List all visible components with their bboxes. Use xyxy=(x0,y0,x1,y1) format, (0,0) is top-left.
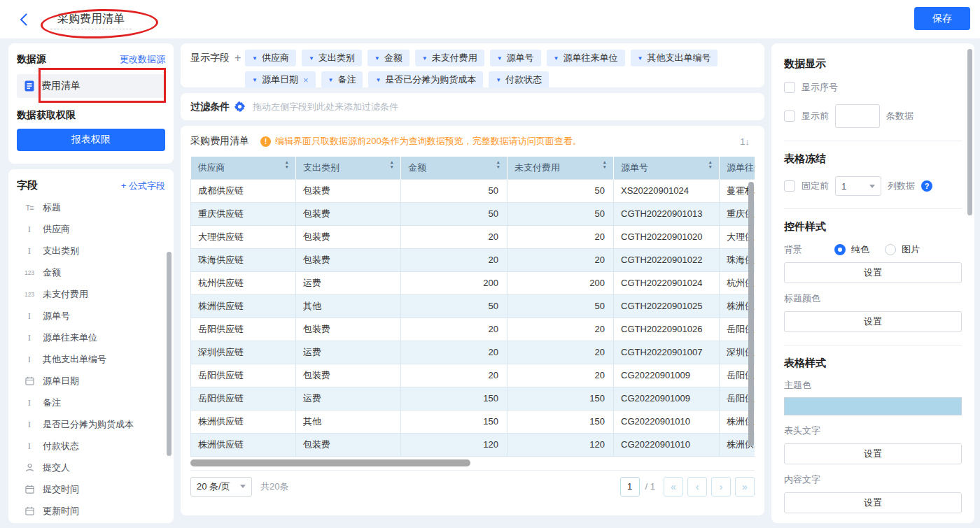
display-field-chip[interactable]: ▼金额 xyxy=(368,50,410,66)
field-item[interactable]: I其他支出单编号 xyxy=(17,348,165,370)
datasource-item[interactable]: 费用清单 xyxy=(17,74,165,98)
column-header[interactable]: 供应商▲▼ xyxy=(191,157,296,179)
table-cell: 200 xyxy=(507,271,614,294)
add-display-field-button[interactable]: + xyxy=(234,52,241,64)
display-field-chip[interactable]: ▼供应商 xyxy=(245,50,296,66)
display-field-chip[interactable]: ▼是否已分摊为购货成本 xyxy=(368,71,483,88)
table-row[interactable]: 成都供应链包装费5050XS20220901024蔓霍材料 xyxy=(191,179,755,202)
table-row[interactable]: 株洲供应链包装费120120CG20220901010株洲供应链 xyxy=(191,433,755,456)
prev-page-button[interactable]: ‹ xyxy=(687,477,707,497)
sort-arrows-icon[interactable]: ▲▼ xyxy=(496,159,500,170)
back-icon[interactable] xyxy=(20,12,35,27)
filter-dropzone-placeholder[interactable]: 拖动左侧字段到此处来添加过滤条件 xyxy=(253,101,398,113)
field-item[interactable]: I付款状态 xyxy=(17,435,165,457)
table-row[interactable]: 深圳供应链运费2020CGTH20220901007深圳供应链 xyxy=(191,341,755,364)
last-page-button[interactable]: » xyxy=(735,477,755,497)
close-icon[interactable]: × xyxy=(303,75,309,85)
next-page-button[interactable]: › xyxy=(711,477,731,497)
table-row[interactable]: 岳阳供应链运费150150CG20220901009岳阳供应链 xyxy=(191,387,755,410)
column-header[interactable]: 未支付费用▲▼ xyxy=(507,157,614,179)
settings-scrollbar[interactable] xyxy=(967,49,972,215)
field-item[interactable]: I是否已分摊为购货成本 xyxy=(17,413,165,435)
field-item[interactable]: 提交时间 xyxy=(17,478,165,500)
chevron-down-icon[interactable]: ▼ xyxy=(252,55,258,62)
page-title[interactable]: 采购费用清单 xyxy=(50,9,132,29)
table-row[interactable]: 岳阳供应链包装费2020CGTH20220901026岳阳供应链 xyxy=(191,317,755,341)
first-page-button[interactable]: « xyxy=(664,477,683,497)
title-color-set-button[interactable]: 设置 xyxy=(784,311,962,332)
table-horizontal-scrollbar[interactable] xyxy=(190,459,470,466)
chevron-down-icon[interactable]: ▼ xyxy=(328,77,334,83)
table-row[interactable]: 株洲供应链其他5050CGTH20220901025株洲供应链 xyxy=(191,294,755,317)
field-item[interactable]: T≡标题 xyxy=(17,197,165,218)
gear-icon[interactable] xyxy=(234,101,245,112)
table-row[interactable]: 珠海供应链包装费2020CGTH20220901022珠海供应链 xyxy=(191,248,755,271)
theme-color-swatch[interactable] xyxy=(784,397,962,415)
table-row[interactable]: 大理供应链包装费2020CGTH20220901020大理供应链 xyxy=(191,225,755,248)
background-set-button[interactable]: 设置 xyxy=(784,262,962,283)
column-header[interactable]: 源单号▲▼ xyxy=(614,157,720,179)
chevron-down-icon[interactable]: ▼ xyxy=(375,77,381,83)
image-radio[interactable] xyxy=(885,244,896,255)
page-number-input[interactable]: 1 xyxy=(620,477,640,497)
column-header[interactable]: 支出类别▲▼ xyxy=(296,157,401,179)
row-limit-input[interactable] xyxy=(835,104,880,128)
page-size-select[interactable]: 20 条/页 xyxy=(190,477,252,497)
display-field-chip[interactable]: ▼未支付费用 xyxy=(415,50,484,66)
chevron-down-icon[interactable]: ▼ xyxy=(638,55,643,62)
field-item[interactable]: 源单日期 xyxy=(17,370,165,392)
field-item[interactable]: I源单号 xyxy=(17,305,165,327)
table-vertical-scrollbar[interactable] xyxy=(748,182,754,446)
save-button[interactable]: 保存 xyxy=(914,7,970,30)
display-field-chip[interactable]: ▼备注 xyxy=(321,71,363,88)
column-header[interactable]: 金额▲▼ xyxy=(401,157,507,179)
column-header[interactable]: 源单往来单位▲▼ xyxy=(720,157,755,179)
field-item[interactable]: I源单往来单位 xyxy=(17,327,165,348)
display-field-chip[interactable]: ▼付款状态 xyxy=(489,71,549,88)
sort-arrows-icon[interactable]: ▲▼ xyxy=(390,159,394,170)
add-formula-field-link[interactable]: + 公式字段 xyxy=(121,180,165,192)
show-index-checkbox[interactable] xyxy=(784,82,795,93)
chevron-down-icon[interactable]: ▼ xyxy=(497,55,503,62)
display-field-chip[interactable]: ▼源单号 xyxy=(490,50,541,66)
field-item[interactable]: 123金额 xyxy=(17,262,165,283)
chevron-down-icon[interactable]: ▼ xyxy=(554,55,559,62)
chevron-down-icon[interactable]: ▼ xyxy=(496,77,501,83)
header-text-set-button[interactable]: 设置 xyxy=(784,443,962,464)
field-item[interactable]: I支出类别 xyxy=(17,240,165,262)
change-datasource-link[interactable]: 更改数据源 xyxy=(120,53,165,66)
table-cell: 包装费 xyxy=(296,433,401,456)
field-item[interactable]: I供应商 xyxy=(17,218,165,240)
display-field-chip[interactable]: ▼源单日期× xyxy=(245,71,316,88)
sort-order-icon[interactable]: 1↓ xyxy=(735,131,755,151)
field-item[interactable]: 123未支付费用 xyxy=(17,283,165,305)
chevron-down-icon[interactable]: ▼ xyxy=(309,55,314,62)
field-item[interactable]: I备注 xyxy=(17,392,165,413)
field-item[interactable]: 提交人 xyxy=(17,457,165,478)
show-first-checkbox[interactable] xyxy=(784,110,795,122)
table-row[interactable]: 岳阳供应链包装费2020CG20220901009岳阳供应链 xyxy=(191,364,755,387)
chevron-down-icon[interactable]: ▼ xyxy=(422,55,428,62)
solid-color-radio[interactable] xyxy=(834,244,846,255)
display-field-chip[interactable]: ▼源单往来单位 xyxy=(547,50,625,66)
sort-arrows-icon[interactable]: ▲▼ xyxy=(603,159,607,170)
field-label: 其他支出单编号 xyxy=(43,353,106,366)
fix-columns-select[interactable]: 1 xyxy=(835,176,881,196)
content-text-set-button[interactable]: 设置 xyxy=(784,492,962,513)
table-row[interactable]: 株洲供应链其他150150CG20220901010株洲供应链 xyxy=(191,410,755,433)
fix-columns-checkbox[interactable] xyxy=(784,180,795,192)
field-item[interactable]: 更新时间 xyxy=(17,500,165,522)
table-row[interactable]: 杭州供应链运费200200CGTH20220901024杭州供应链 xyxy=(191,271,755,294)
fields-scrollbar[interactable] xyxy=(167,252,172,456)
theme-color-label: 主题色 xyxy=(784,379,962,392)
help-icon[interactable]: ? xyxy=(921,180,932,192)
chevron-down-icon[interactable]: ▼ xyxy=(374,55,380,62)
sort-arrows-icon[interactable]: ▲▼ xyxy=(708,159,713,170)
sort-arrows-icon[interactable]: ▲▼ xyxy=(285,159,289,170)
display-field-chip[interactable]: ▼其他支出单编号 xyxy=(631,50,718,66)
table-cell: 包装费 xyxy=(296,179,401,202)
table-row[interactable]: 重庆供应链包装费5050CGTH20220901013重庆供应链 xyxy=(191,202,755,225)
display-field-chip[interactable]: ▼支出类别 xyxy=(302,50,362,66)
report-permission-button[interactable]: 报表权限 xyxy=(17,129,165,151)
chevron-down-icon[interactable]: ▼ xyxy=(252,77,258,83)
